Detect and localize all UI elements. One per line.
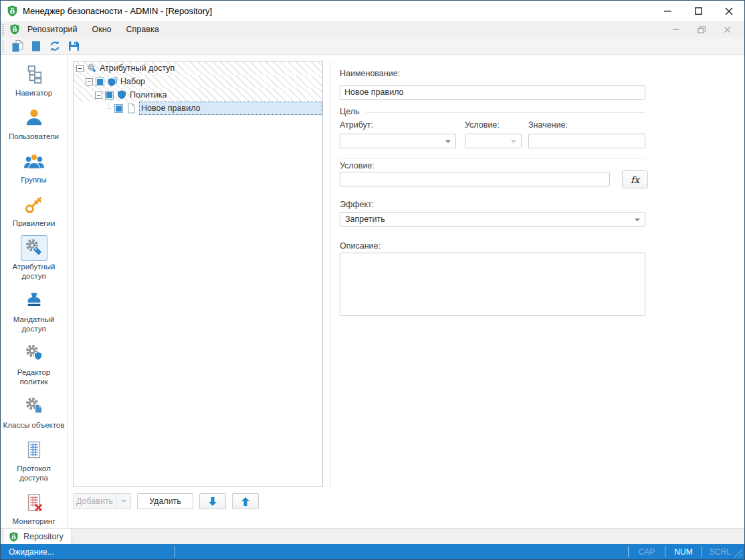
- sidebar-item-label: Мониторинг нарушений защиты: [3, 517, 65, 527]
- resize-grip-icon[interactable]: [733, 548, 742, 557]
- toolbar: [1, 37, 744, 55]
- caps-lock-indicator: CAP: [635, 547, 658, 557]
- collapse-icon[interactable]: [95, 92, 102, 99]
- gear-page-icon: [23, 396, 45, 417]
- chevron-down-icon: [121, 500, 126, 503]
- menu-repository[interactable]: Репозиторий: [20, 21, 85, 37]
- sidebar-item-object-classes[interactable]: Классы объектов: [3, 394, 65, 430]
- menu-grip[interactable]: [2, 24, 4, 35]
- arrow-up-icon: [241, 497, 250, 507]
- move-up-button[interactable]: [232, 493, 259, 509]
- mdi-close-icon[interactable]: [724, 26, 731, 33]
- mdi-restore-icon[interactable]: [698, 26, 706, 33]
- panel-splitter[interactable]: [330, 61, 331, 487]
- status-separator: [702, 546, 702, 557]
- sidebar-item-label: Мандатный доступ: [3, 315, 65, 333]
- attribute-dropdown[interactable]: [340, 134, 456, 148]
- user-icon: [24, 108, 44, 128]
- shield-icon: [116, 90, 127, 100]
- window-title: Менеджер безопасности - ADMIN - [Reposit…: [23, 6, 212, 16]
- collapse-icon[interactable]: [76, 65, 84, 72]
- sidebar-item-attribute-access[interactable]: Атрибутный доступ: [3, 235, 65, 281]
- mdi-minimize-icon[interactable]: [672, 26, 680, 33]
- close-icon: [725, 7, 733, 15]
- attribute-label: Атрибут:: [340, 120, 373, 130]
- key-icon: [24, 194, 44, 215]
- table-error-icon: [24, 493, 44, 513]
- fx-button[interactable]: fx: [622, 170, 648, 188]
- tab-repository[interactable]: Repository: [3, 529, 72, 545]
- tree-checkbox[interactable]: [96, 78, 104, 86]
- menu-bar: Репозиторий Окно Справка: [1, 21, 744, 38]
- description-textarea[interactable]: [340, 253, 645, 316]
- section-divider: [340, 158, 645, 159]
- tree-node-label: Политика: [130, 90, 167, 100]
- status-separator: [665, 546, 665, 557]
- fx-icon: fx: [631, 174, 639, 185]
- toolbar-grip[interactable]: [2, 41, 4, 51]
- name-label: Наименование:: [340, 69, 400, 78]
- expression-input[interactable]: [340, 172, 610, 186]
- tree-connector: [104, 102, 112, 115]
- arrow-down-icon: [208, 497, 217, 507]
- value-input[interactable]: [528, 134, 645, 148]
- add-button-label: Добавить: [74, 497, 116, 506]
- sidebar-item-users[interactable]: Пользователи: [3, 105, 65, 141]
- move-down-button[interactable]: [199, 493, 226, 509]
- stamp-icon: [24, 291, 44, 311]
- tree-checkbox[interactable]: [114, 104, 123, 113]
- tree-row-set[interactable]: Набор: [74, 75, 322, 88]
- sidebar-item-label: Протокол доступа: [3, 464, 65, 482]
- minimize-icon: [664, 7, 671, 15]
- effect-dropdown[interactable]: Запретить: [340, 212, 645, 227]
- tree-checkbox[interactable]: [105, 91, 114, 100]
- scroll-lock-indicator: SCRL: [709, 547, 732, 557]
- menu-help[interactable]: Справка: [119, 21, 167, 37]
- tree-row-new-rule[interactable]: Новое правило: [74, 102, 322, 115]
- shield-lock-icon: [9, 532, 19, 542]
- users-group-icon: [23, 151, 45, 171]
- sidebar-item-policy-editor[interactable]: Редактор политик: [3, 341, 65, 386]
- status-bar: Ожидание... CAP NUM SCRL: [1, 544, 744, 559]
- table-icon: [24, 440, 44, 460]
- tree-row-attribute-access[interactable]: Атрибутный доступ: [74, 61, 322, 75]
- collapse-icon[interactable]: [86, 78, 93, 86]
- minimize-button[interactable]: [652, 1, 683, 21]
- gear-tag-icon: [86, 63, 97, 74]
- close-button[interactable]: [714, 1, 744, 21]
- name-input[interactable]: [340, 85, 645, 100]
- toolbar-save-button[interactable]: [64, 38, 83, 53]
- sidebar-item-navigator[interactable]: Навигатор: [3, 61, 65, 98]
- save-icon: [67, 39, 80, 53]
- add-button[interactable]: Добавить: [73, 493, 131, 509]
- menu-window[interactable]: Окно: [85, 21, 119, 37]
- sidebar-nav: Навигатор Пользователи Группы Приви: [1, 55, 68, 527]
- toolbar-open-button[interactable]: [27, 38, 45, 53]
- sidebar-item-groups[interactable]: Группы: [3, 148, 65, 184]
- tree-row-policy[interactable]: Политика: [74, 88, 322, 102]
- delete-button[interactable]: Удалить: [137, 493, 193, 509]
- toolbar-copy-button[interactable]: [8, 38, 27, 53]
- sidebar-item-label: Классы объектов: [3, 420, 65, 430]
- policy-tree: Атрибутный доступ Набор Политика: [73, 61, 323, 487]
- value-label: Значение:: [528, 120, 568, 130]
- sidebar-item-mandatory-access[interactable]: Мандатный доступ: [3, 288, 65, 333]
- tree-node-label: Набор: [120, 77, 145, 86]
- sidebar-item-violation-monitoring[interactable]: Мониторинг нарушений защиты: [3, 490, 65, 527]
- sidebar-item-label: Редактор политик: [3, 368, 65, 386]
- shield-stack-icon: [107, 76, 118, 87]
- num-lock-indicator: NUM: [672, 547, 695, 557]
- chevron-down-icon: [511, 140, 516, 143]
- app-shield-lock-icon: [7, 5, 18, 17]
- status-separator: [175, 546, 175, 557]
- sidebar-item-privileges[interactable]: Привилегии: [3, 192, 65, 228]
- sidebar-item-access-log[interactable]: Протокол доступа: [3, 437, 65, 482]
- chevron-down-icon: [635, 219, 640, 221]
- add-dropdown-button[interactable]: [116, 494, 130, 509]
- maximize-button[interactable]: [683, 1, 714, 21]
- selected-tree-node[interactable]: Новое правило: [139, 102, 322, 115]
- effect-dropdown-value: Запретить: [345, 215, 385, 224]
- condition-dropdown[interactable]: [465, 134, 522, 148]
- target-group-label: Цель: [340, 107, 360, 116]
- toolbar-refresh-button[interactable]: [45, 38, 64, 53]
